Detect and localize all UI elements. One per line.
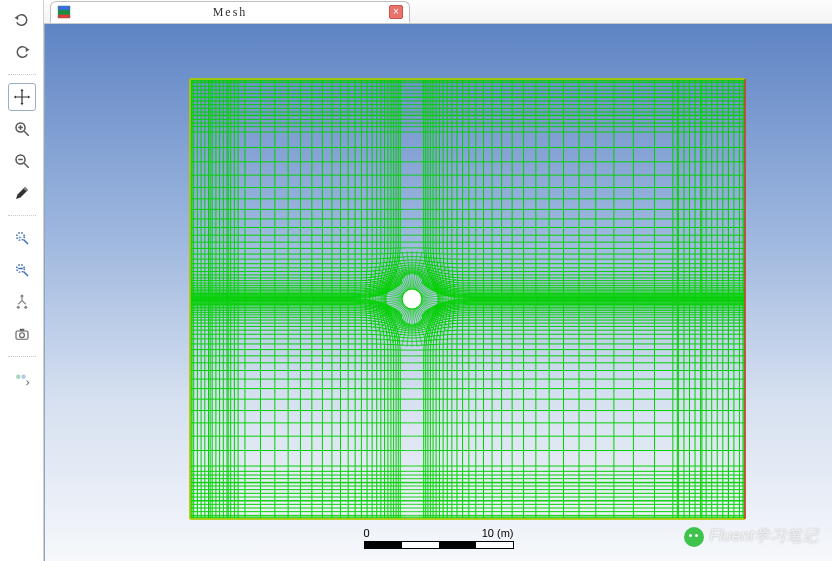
svg-line-8	[23, 240, 28, 245]
scale-max: 10 (m)	[482, 527, 514, 539]
zoom-in-button[interactable]	[8, 115, 36, 143]
tab-mesh[interactable]: Mesh ×	[50, 1, 410, 23]
work-area: Mesh × 0 10 (m) Fluent学习笔记	[44, 0, 832, 561]
mesh-canvas	[45, 24, 832, 561]
undo-button[interactable]	[8, 6, 36, 34]
tab-title: Mesh	[213, 5, 248, 20]
mesh-tab-icon	[57, 5, 71, 19]
views-button[interactable]	[8, 365, 36, 393]
svg-line-1	[24, 131, 29, 136]
probe-button[interactable]	[8, 179, 36, 207]
svg-point-14	[16, 306, 19, 309]
svg-point-13	[20, 295, 23, 298]
redo-button[interactable]	[8, 38, 36, 66]
svg-line-5	[24, 163, 29, 168]
scale-min: 0	[364, 527, 370, 539]
scale-bar: 0 10 (m)	[364, 527, 514, 549]
graphics-viewport[interactable]: 0 10 (m) Fluent学习笔记	[44, 24, 832, 561]
vertical-toolbar: +	[0, 0, 44, 561]
svg-rect-18	[19, 329, 24, 331]
zoom-fit-out-button[interactable]	[8, 256, 36, 284]
svg-point-20	[21, 375, 26, 380]
branch-button[interactable]	[8, 288, 36, 316]
svg-rect-23	[58, 15, 70, 19]
svg-text:+: +	[18, 234, 22, 240]
zoom-out-button[interactable]	[8, 147, 36, 175]
toolbar-separator	[8, 74, 36, 75]
svg-point-15	[24, 306, 27, 309]
svg-point-17	[19, 333, 24, 338]
close-icon[interactable]: ×	[389, 5, 403, 19]
svg-rect-22	[58, 6, 70, 10]
camera-button[interactable]	[8, 320, 36, 348]
svg-line-11	[23, 272, 28, 277]
pan-button[interactable]	[8, 83, 36, 111]
svg-point-19	[16, 375, 21, 380]
zoom-fit-in-button[interactable]: +	[8, 224, 36, 252]
tab-strip: Mesh ×	[44, 0, 832, 24]
toolbar-separator	[8, 356, 36, 357]
toolbar-separator	[8, 215, 36, 216]
